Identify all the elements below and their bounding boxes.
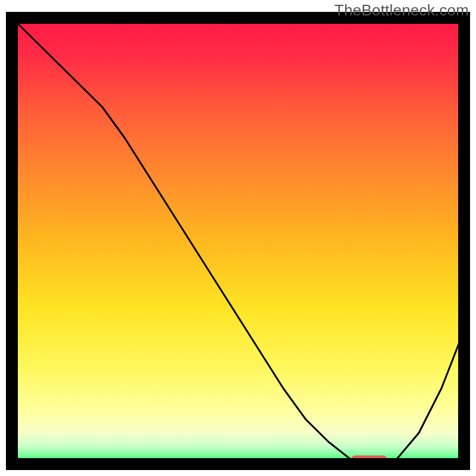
- watermark-text: TheBottleneck.com: [334, 1, 469, 20]
- chart-svg: [0, 0, 476, 476]
- chart-container: TheBottleneck.com: [0, 0, 476, 476]
